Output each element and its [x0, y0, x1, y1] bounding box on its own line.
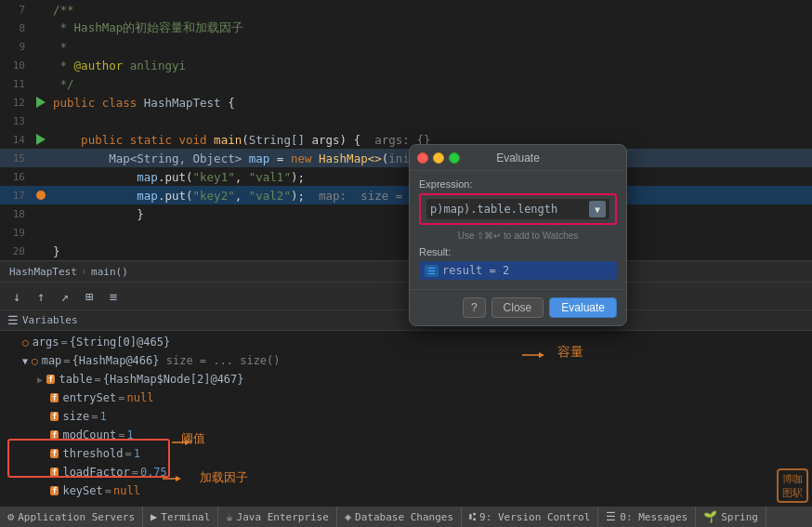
- settings-button[interactable]: ≡: [104, 287, 123, 306]
- code-line-18: 18 }: [0, 204, 812, 223]
- watermark-line2: 图駅: [782, 486, 803, 499]
- arrow-rongliang-icon: [522, 348, 545, 362]
- help-button[interactable]: ?: [463, 297, 486, 318]
- result-value: result = 2: [442, 264, 509, 277]
- run-arrow-icon: [36, 97, 46, 108]
- var-val-map: {HashMap@466}: [72, 354, 160, 367]
- watermark-line1: 博咖: [782, 472, 803, 485]
- line-content-7: /**: [49, 3, 812, 17]
- spring-icon: 🌱: [703, 510, 717, 523]
- editor-area: 7 /** 8 * HashMap的初始容量和加载因子 9 * 10 * @au…: [0, 0, 812, 288]
- var-val-size: 1: [100, 410, 107, 423]
- result-value-row: ☰ result = 2: [419, 261, 617, 280]
- watermark: 博咖 图駅: [777, 468, 808, 503]
- variables-icon: ☰: [7, 313, 19, 327]
- var-name-size: size: [62, 410, 89, 423]
- status-tab-java-enterprise[interactable]: ☕ Java Enterprise: [218, 507, 337, 527]
- var-name-table: table: [59, 373, 92, 386]
- expression-input[interactable]: p)map).table.length: [430, 203, 589, 216]
- dialog-minimize-button[interactable]: [433, 152, 444, 164]
- dialog-body: Expression: p)map).table.length ▼ Use ⇧⌘…: [410, 171, 626, 289]
- var-item-args[interactable]: ○ args = {String[0]@465}: [0, 333, 812, 351]
- arrow-yizhi-icon: [172, 435, 190, 450]
- var-item-table[interactable]: ▶ f table = {HashMap$Node[2]@467}: [0, 370, 812, 389]
- var-val-table: {HashMap$Node[2]@467}: [103, 373, 244, 386]
- code-line-10: 10 * @author anlingyi: [0, 56, 812, 74]
- messages-label: 0: Messages: [620, 511, 688, 523]
- var-item-entrySet[interactable]: f entrySet = null: [0, 389, 812, 407]
- dialog-close-button[interactable]: [417, 152, 428, 164]
- line-number-9: 9: [0, 41, 33, 53]
- dialog-footer: ? Close Evaluate: [410, 289, 626, 325]
- code-line-20: 20 }: [0, 242, 812, 260]
- svg-marker-2: [539, 352, 544, 358]
- code-line-17: 17 map.put("key2", "val2"); map: size =: [0, 186, 812, 204]
- run-arrow-2-icon: [36, 134, 46, 145]
- line-content-12: public class HashMapTest {: [49, 96, 812, 110]
- status-tab-database-changes[interactable]: ◈ Database Changes: [337, 507, 462, 527]
- terminal-label: Terminal: [161, 511, 210, 523]
- annotation-jiazaiyinzi: 加载因子: [200, 469, 248, 486]
- database-changes-label: Database Changes: [355, 511, 453, 523]
- java-enterprise-icon: ☕: [226, 510, 232, 523]
- var-type-icon-map: ○: [32, 355, 38, 367]
- var-item-loadFactor[interactable]: f loadFactor = 0.75: [0, 463, 812, 481]
- var-size-map: size = ... size(): [160, 354, 281, 367]
- var-val-modCount: 1: [126, 428, 133, 441]
- code-line-12: 12 public class HashMapTest {: [0, 93, 812, 112]
- status-tab-version-control[interactable]: ⑆ 9: Version Control: [462, 507, 598, 527]
- result-type-icon: ☰: [425, 265, 439, 277]
- dialog-traffic-lights: [417, 152, 460, 164]
- watch-hint: Use ⇧⌘↵ to add to Watches: [419, 231, 617, 241]
- var-type-icon-table: f: [46, 375, 55, 384]
- var-type-icon-keySet: f: [50, 486, 59, 495]
- breadcrumb-method: main(): [91, 266, 128, 278]
- expression-label: Expression:: [419, 178, 617, 190]
- var-eq-threshold: =: [124, 447, 131, 460]
- svg-marker-0: [185, 440, 190, 445]
- gutter-14: [33, 134, 49, 145]
- dialog-maximize-button[interactable]: [449, 152, 460, 164]
- var-item-size[interactable]: f size = 1: [0, 407, 812, 426]
- var-item-map[interactable]: ▼ ○ map = {HashMap@466} size = ... size(…: [0, 351, 812, 370]
- step-into-button[interactable]: ↑: [32, 287, 50, 306]
- evaluate-execute-button[interactable]: Evaluate: [549, 297, 617, 318]
- status-bar: ⚙ Application Servers ▶ Terminal ☕ Java …: [0, 507, 812, 527]
- status-tab-messages[interactable]: ☰ 0: Messages: [598, 507, 696, 527]
- evaluate-button[interactable]: ⊞: [80, 287, 98, 306]
- var-eq-map: =: [63, 354, 70, 367]
- debug-toolbar: ↓ ↑ ↗ ⊞ ≡: [0, 283, 812, 310]
- step-out-button[interactable]: ↗: [56, 287, 74, 306]
- status-tab-spring[interactable]: 🌱 Spring: [696, 507, 766, 527]
- line-number-16: 16: [0, 171, 33, 183]
- var-item-modCount[interactable]: f modCount = 1: [0, 426, 812, 444]
- var-item-keySet[interactable]: f keySet = null: [0, 481, 812, 500]
- expression-dropdown-button[interactable]: ▼: [589, 201, 606, 217]
- var-type-icon-modCount: f: [50, 430, 59, 440]
- line-content-11: */: [49, 77, 812, 91]
- var-name-loadFactor: loadFactor: [62, 466, 129, 479]
- status-tab-terminal[interactable]: ▶ Terminal: [143, 507, 218, 527]
- var-eq-entrySet: =: [118, 391, 124, 404]
- breadcrumb-class: HashMapTest: [9, 266, 77, 278]
- java-enterprise-label: Java Enterprise: [237, 511, 329, 523]
- var-type-icon-args: ○: [22, 336, 29, 349]
- expand-arrow-map-icon: ▼: [22, 356, 28, 366]
- step-over-button[interactable]: ↓: [7, 287, 26, 306]
- var-val-keySet: null: [113, 484, 140, 497]
- status-tab-application-servers[interactable]: ⚙ Application Servers: [0, 507, 143, 527]
- close-button[interactable]: Close: [491, 297, 544, 318]
- arrow-jiazai-icon: [163, 471, 181, 486]
- line-content-10: * @author anlingyi: [49, 59, 812, 72]
- annotation-rongliang: 容量: [557, 344, 583, 361]
- messages-icon: ☰: [606, 510, 616, 523]
- var-eq-modCount: =: [118, 428, 124, 441]
- var-type-icon-entrySet: f: [50, 393, 59, 402]
- code-line-13: 13: [0, 112, 812, 130]
- line-number-20: 20: [0, 245, 33, 257]
- var-item-threshold[interactable]: f threshold = 1: [0, 444, 812, 463]
- terminal-icon: ▶: [151, 510, 157, 523]
- line-number-7: 7: [0, 4, 33, 16]
- breadcrumb: HashMapTest › main(): [0, 260, 812, 283]
- application-servers-label: Application Servers: [18, 511, 135, 523]
